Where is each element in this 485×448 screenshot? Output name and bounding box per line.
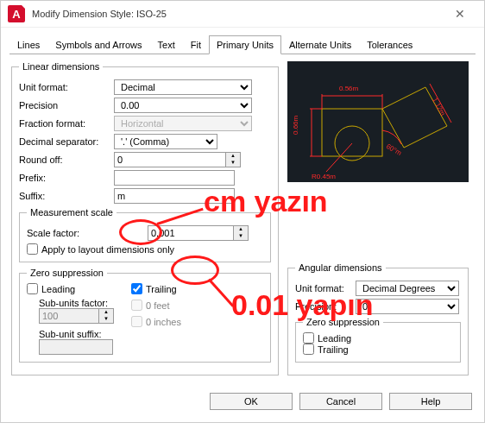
tab-strip: Lines Symbols and Arrows Text Fit Primar… xyxy=(9,35,476,54)
checkbox-angular-trailing[interactable] xyxy=(303,344,314,355)
label-sub-unit-suffix: Sub-unit suffix: xyxy=(39,329,114,339)
dialog-footer: OK Cancel Help xyxy=(1,384,484,422)
svg-rect-0 xyxy=(322,109,382,156)
tab-alternate-units[interactable]: Alternate Units xyxy=(281,35,359,54)
checkbox-leading[interactable] xyxy=(27,283,38,294)
select-angular-unit-format[interactable]: Decimal Degrees xyxy=(356,281,459,296)
preview-dim-radius: R0.45m xyxy=(312,173,336,180)
group-zero-suppression-angular: Zero suppression Leading Trailing xyxy=(295,317,461,363)
label-sub-units-factor: Sub-units factor: xyxy=(39,298,114,308)
legend-zero-angular: Zero suppression xyxy=(303,317,383,327)
close-button[interactable]: ✕ xyxy=(443,7,477,21)
label-trailing: Trailing xyxy=(146,284,177,294)
label-angular-unit-format: Unit format: xyxy=(295,283,356,293)
checkbox-0feet xyxy=(131,300,142,311)
select-decimal-separator[interactable]: '.' (Comma) xyxy=(114,134,217,149)
help-button[interactable]: Help xyxy=(389,393,472,410)
input-suffix[interactable] xyxy=(114,188,235,204)
label-precision: Precision xyxy=(19,100,114,110)
group-zero-suppression-linear: Zero suppression Leading Sub-units facto… xyxy=(19,268,271,363)
label-angular-leading: Leading xyxy=(318,333,351,344)
preview-dim-angle: 60°m xyxy=(385,142,403,157)
label-suffix: Suffix: xyxy=(19,191,114,201)
label-0feet: 0 feet xyxy=(146,300,170,311)
select-angular-precision[interactable]: 0 xyxy=(356,299,459,314)
label-scale-factor: Scale factor: xyxy=(27,228,148,238)
label-angular-trailing: Trailing xyxy=(318,344,349,355)
label-round-off: Round off: xyxy=(19,155,114,165)
label-decimal-separator: Decimal separator: xyxy=(19,136,114,147)
label-prefix: Prefix: xyxy=(19,173,114,183)
select-fraction-format: Horizontal xyxy=(114,116,252,131)
window-title: Modify Dimension Style: ISO-25 xyxy=(32,9,443,19)
input-sub-unit-suffix xyxy=(39,339,113,355)
checkbox-angular-leading[interactable] xyxy=(303,332,314,344)
label-leading: Leading xyxy=(41,284,75,294)
dimension-preview: 0.56m 0.66m 1.12m R0.45m 60°m xyxy=(287,61,469,182)
app-icon: A xyxy=(8,5,25,22)
label-unit-format: Unit format: xyxy=(19,82,114,92)
group-measurement-scale: Measurement scale Scale factor: ▲▼ Apply… xyxy=(19,207,271,262)
label-0inches: 0 inches xyxy=(146,317,181,327)
legend-zero-linear: Zero suppression xyxy=(27,268,107,278)
group-angular-dimensions: Angular dimensions Unit format: Decimal … xyxy=(287,262,469,375)
svg-line-10 xyxy=(326,143,352,172)
cancel-button[interactable]: Cancel xyxy=(299,393,382,410)
select-precision[interactable]: 0.00 xyxy=(114,98,252,113)
tab-text[interactable]: Text xyxy=(150,35,183,54)
select-unit-format[interactable]: Decimal xyxy=(114,79,252,95)
spinner-scale-factor[interactable]: ▲▼ xyxy=(234,225,249,241)
label-angular-precision: Precision: xyxy=(295,301,356,312)
dialog-window: A Modify Dimension Style: ISO-25 ✕ Lines… xyxy=(0,0,485,423)
input-scale-factor[interactable] xyxy=(148,225,234,241)
legend-measurement-scale: Measurement scale xyxy=(27,207,117,218)
input-sub-units-factor xyxy=(39,308,99,324)
spinner-sub-units-factor: ▲▼ xyxy=(99,308,114,324)
input-prefix[interactable] xyxy=(114,170,235,186)
input-round-off[interactable] xyxy=(114,152,226,167)
legend-angular: Angular dimensions xyxy=(295,262,386,273)
checkbox-trailing[interactable] xyxy=(131,283,142,294)
preview-dim-diag: 1.12m xyxy=(431,97,447,117)
tab-lines[interactable]: Lines xyxy=(9,35,47,54)
checkbox-apply-layout[interactable] xyxy=(27,243,38,255)
label-apply-layout: Apply to layout dimensions only xyxy=(41,244,174,255)
spinner-round-off[interactable]: ▲▼ xyxy=(226,152,241,167)
tab-tolerances[interactable]: Tolerances xyxy=(359,35,420,54)
group-linear-dimensions: Linear dimensions Unit format: Decimal P… xyxy=(11,61,279,375)
ok-button[interactable]: OK xyxy=(210,393,293,410)
tab-symbols[interactable]: Symbols and Arrows xyxy=(47,35,149,54)
tab-fit[interactable]: Fit xyxy=(183,35,209,54)
tab-primary-units[interactable]: Primary Units xyxy=(209,35,281,54)
legend-linear: Linear dimensions xyxy=(19,61,103,72)
preview-dim-top: 0.56m xyxy=(339,85,359,92)
checkbox-0inches xyxy=(131,316,142,327)
label-fraction-format: Fraction format: xyxy=(19,118,114,129)
preview-dim-left: 0.66m xyxy=(292,115,299,135)
titlebar: A Modify Dimension Style: ISO-25 ✕ xyxy=(1,1,484,28)
